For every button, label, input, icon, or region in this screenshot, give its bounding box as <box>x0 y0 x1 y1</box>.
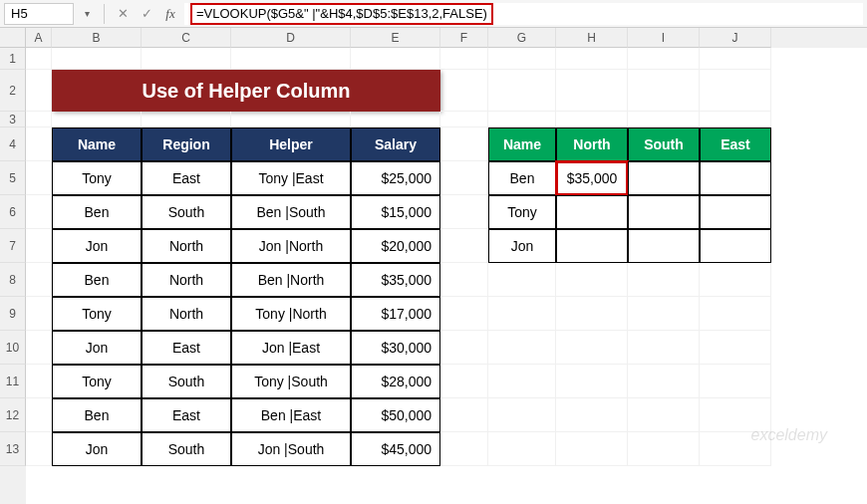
row-header[interactable]: 11 <box>0 365 26 398</box>
row-header[interactable]: 7 <box>0 229 26 263</box>
cell[interactable]: $28,000 <box>351 365 440 398</box>
cell[interactable] <box>440 161 488 195</box>
cell[interactable]: Tony <box>52 365 142 398</box>
row-header[interactable]: 8 <box>0 263 26 297</box>
grid-body[interactable]: Use of Helper Column <box>26 48 867 504</box>
col-header[interactable]: I <box>628 28 700 48</box>
cell[interactable] <box>26 195 52 229</box>
cell[interactable] <box>488 48 556 70</box>
col-header[interactable]: J <box>700 28 771 48</box>
col-header[interactable]: A <box>26 28 52 48</box>
cell[interactable] <box>700 161 771 195</box>
cell[interactable] <box>26 263 52 297</box>
cell[interactable] <box>556 297 628 331</box>
cell[interactable]: Jon <box>52 432 142 466</box>
cell[interactable]: Jon |South <box>231 432 351 466</box>
cell[interactable] <box>700 432 771 466</box>
col-header[interactable]: B <box>52 28 142 48</box>
cell[interactable] <box>488 297 556 331</box>
cell[interactable] <box>556 398 628 432</box>
cell[interactable] <box>700 229 771 263</box>
cell[interactable]: $15,000 <box>351 195 440 229</box>
cell[interactable] <box>26 127 52 161</box>
cell[interactable] <box>26 331 52 365</box>
cell[interactable] <box>488 263 556 297</box>
cell[interactable]: Ben <box>52 263 142 297</box>
col-header[interactable]: H <box>556 28 628 48</box>
cell[interactable] <box>440 229 488 263</box>
enter-icon[interactable]: ✓ <box>137 4 156 24</box>
cell[interactable] <box>440 127 488 161</box>
cell[interactable] <box>26 70 52 112</box>
cell[interactable]: Tony <box>52 297 142 331</box>
cell[interactable] <box>440 48 488 70</box>
cell[interactable] <box>628 297 700 331</box>
cell[interactable] <box>26 229 52 263</box>
cell[interactable]: North <box>142 263 231 297</box>
cell[interactable] <box>440 297 488 331</box>
cell[interactable] <box>26 432 52 466</box>
cell[interactable]: South <box>142 432 231 466</box>
cell[interactable]: Ben |North <box>231 263 351 297</box>
row-header[interactable]: 6 <box>0 195 26 229</box>
cell[interactable] <box>488 331 556 365</box>
cell[interactable]: $25,000 <box>351 161 440 195</box>
cell[interactable] <box>556 195 628 229</box>
cell[interactable] <box>26 112 52 127</box>
cell[interactable]: $30,000 <box>351 331 440 365</box>
cell[interactable] <box>628 195 700 229</box>
cell[interactable] <box>488 398 556 432</box>
cell[interactable] <box>700 297 771 331</box>
cancel-icon[interactable]: ✕ <box>113 4 133 24</box>
fx-icon[interactable]: fx <box>160 4 180 24</box>
cell[interactable] <box>700 70 771 112</box>
formula-input[interactable]: =VLOOKUP($G5&" |"&H$4,$D$5:$E$13,2,FALSE… <box>184 3 863 25</box>
cell[interactable] <box>700 195 771 229</box>
cell[interactable] <box>556 432 628 466</box>
cell[interactable] <box>351 112 440 127</box>
cell[interactable]: North <box>142 229 231 263</box>
cell[interactable]: Jon <box>52 229 142 263</box>
cell[interactable] <box>440 365 488 398</box>
cell[interactable]: Jon <box>488 229 556 263</box>
cell[interactable] <box>628 365 700 398</box>
cell[interactable] <box>440 195 488 229</box>
cell[interactable] <box>440 263 488 297</box>
cell[interactable]: $17,000 <box>351 297 440 331</box>
cell[interactable] <box>700 48 771 70</box>
cell[interactable]: Jon |North <box>231 229 351 263</box>
cell[interactable] <box>628 331 700 365</box>
cell[interactable] <box>231 112 351 127</box>
active-cell[interactable]: $35,000 <box>556 161 628 195</box>
name-box[interactable]: H5 <box>4 3 74 25</box>
cell[interactable] <box>556 331 628 365</box>
row-header[interactable]: 5 <box>0 161 26 195</box>
cell[interactable] <box>440 331 488 365</box>
cell[interactable]: Ben |East <box>231 398 351 432</box>
cell[interactable] <box>231 48 351 70</box>
cell[interactable] <box>628 112 700 127</box>
cell[interactable] <box>700 398 771 432</box>
cell[interactable] <box>488 365 556 398</box>
cell[interactable] <box>488 432 556 466</box>
select-all-corner[interactable] <box>0 28 26 48</box>
cell[interactable]: East <box>142 331 231 365</box>
cell[interactable] <box>142 48 231 70</box>
row-header[interactable]: 9 <box>0 297 26 331</box>
row-header[interactable]: 10 <box>0 331 26 365</box>
chevron-down-icon[interactable]: ▾ <box>78 3 96 25</box>
cell[interactable]: $20,000 <box>351 229 440 263</box>
row-header[interactable]: 3 <box>0 112 26 127</box>
cell[interactable]: East <box>142 161 231 195</box>
cell[interactable] <box>26 398 52 432</box>
cell[interactable] <box>628 161 700 195</box>
cell[interactable] <box>556 229 628 263</box>
cell[interactable] <box>628 398 700 432</box>
cell[interactable] <box>556 365 628 398</box>
cell[interactable] <box>488 70 556 112</box>
cell[interactable] <box>628 229 700 263</box>
cell[interactable] <box>556 112 628 127</box>
cell[interactable] <box>351 48 440 70</box>
cell[interactable]: Jon <box>52 331 142 365</box>
row-header[interactable]: 1 <box>0 48 26 70</box>
